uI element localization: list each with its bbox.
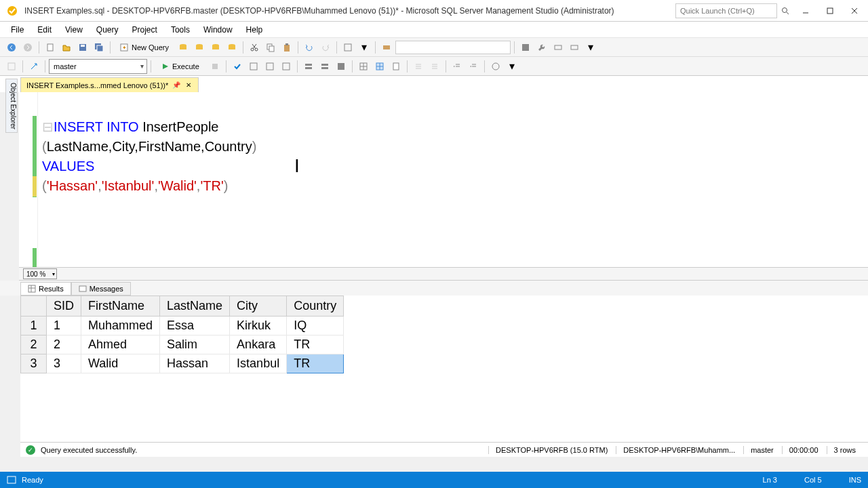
editor-content[interactable]: ⊟INSERT INTO InsertPeople (LastName,City… bbox=[38, 92, 868, 267]
cut-icon[interactable] bbox=[247, 40, 262, 55]
table-row[interactable]: 3 3 Walid Hassan Istanbul TR bbox=[21, 354, 344, 373]
paste-icon[interactable] bbox=[279, 40, 294, 55]
minimize-button[interactable] bbox=[797, 3, 814, 19]
tab-title: INSERT Examples.s...mmed Lenovo (51))* bbox=[26, 81, 168, 89]
title-bar: INSERT Examples.sql - DESKTOP-HPV6RFB.ma… bbox=[0, 0, 868, 22]
db-query-icon-3[interactable] bbox=[208, 40, 223, 55]
results-grid-icon[interactable] bbox=[356, 59, 371, 74]
redo-icon[interactable] bbox=[318, 40, 333, 55]
svg-point-7 bbox=[7, 43, 16, 52]
maximize-button[interactable] bbox=[822, 3, 838, 19]
toolbar-icon[interactable] bbox=[4, 59, 19, 74]
pin-icon[interactable]: 📌 bbox=[172, 81, 180, 89]
close-icon[interactable]: ✕ bbox=[184, 81, 193, 89]
new-query-button[interactable]: ✦ New Query bbox=[114, 40, 174, 55]
search-icon[interactable] bbox=[778, 4, 792, 18]
selected-cell[interactable]: TR bbox=[287, 354, 344, 373]
close-button[interactable] bbox=[846, 3, 863, 19]
svg-rect-19 bbox=[196, 45, 203, 49]
save-all-icon[interactable] bbox=[92, 40, 106, 55]
svg-rect-42 bbox=[305, 64, 312, 66]
toolbar-search-input[interactable] bbox=[395, 41, 511, 54]
menu-file[interactable]: File bbox=[5, 24, 29, 36]
toolbar-icon[interactable] bbox=[488, 59, 503, 74]
toolbar-icon[interactable] bbox=[317, 59, 332, 74]
save-icon[interactable] bbox=[75, 40, 90, 55]
ide-status-bar: Ready Ln 3 Col 5 INS bbox=[0, 472, 868, 488]
menu-view[interactable]: View bbox=[60, 24, 88, 36]
column-header-sid[interactable]: SID bbox=[47, 296, 81, 317]
menu-query[interactable]: Query bbox=[91, 24, 124, 36]
new-file-icon[interactable] bbox=[43, 40, 58, 55]
toolbar-icon[interactable] bbox=[279, 59, 294, 74]
wrench-icon[interactable] bbox=[534, 40, 549, 55]
toolbar-icon[interactable] bbox=[301, 59, 316, 74]
outdent-icon[interactable] bbox=[466, 59, 481, 74]
table-header-row: SID FirstName LastName City Country bbox=[21, 296, 344, 317]
db-query-icon-4[interactable] bbox=[224, 40, 239, 55]
column-header-firstname[interactable]: FirstName bbox=[81, 296, 160, 317]
sql-toolbar: master Execute ▾ bbox=[0, 57, 868, 76]
document-tab[interactable]: INSERT Examples.s...mmed Lenovo (51))* 📌… bbox=[20, 77, 199, 92]
results-text-icon[interactable] bbox=[372, 59, 387, 74]
database-combo[interactable]: master bbox=[49, 59, 147, 74]
toolbar-icon-4[interactable] bbox=[551, 40, 566, 55]
parse-icon[interactable] bbox=[230, 59, 245, 74]
results-file-icon[interactable] bbox=[389, 59, 403, 74]
menu-project[interactable]: Project bbox=[127, 24, 163, 36]
execute-button[interactable]: Execute bbox=[155, 59, 206, 74]
window-controls bbox=[797, 3, 863, 19]
column-header-country[interactable]: Country bbox=[287, 296, 344, 317]
svg-rect-34 bbox=[522, 44, 529, 51]
svg-line-2 bbox=[787, 12, 789, 14]
toolbar-icon[interactable] bbox=[246, 59, 261, 74]
tab-messages[interactable]: Messages bbox=[71, 282, 131, 296]
svg-rect-35 bbox=[555, 45, 561, 49]
svg-rect-43 bbox=[305, 67, 312, 69]
quick-launch-input[interactable] bbox=[675, 3, 777, 18]
column-header-city[interactable]: City bbox=[230, 296, 287, 317]
svg-rect-44 bbox=[321, 64, 328, 66]
chevron-down-icon[interactable]: ▾ bbox=[505, 59, 519, 74]
table-row[interactable]: 2 2 Ahmed Salim Ankara TR bbox=[21, 336, 344, 354]
toolbar-icon[interactable] bbox=[334, 59, 349, 74]
svg-rect-11 bbox=[81, 45, 85, 47]
svg-point-1 bbox=[783, 7, 787, 12]
toolbar-icon-3[interactable] bbox=[518, 40, 533, 55]
status-user: DESKTOP-HPV6RFB\Muhamm... bbox=[616, 446, 742, 454]
menu-window[interactable]: Window bbox=[198, 24, 238, 36]
db-query-icon-2[interactable] bbox=[192, 40, 207, 55]
sql-editor[interactable]: ⊟INSERT INTO InsertPeople (LastName,City… bbox=[19, 92, 868, 267]
object-explorer-tab[interactable]: Object Explorer bbox=[5, 79, 18, 133]
undo-icon[interactable] bbox=[302, 40, 317, 55]
copy-icon[interactable] bbox=[263, 40, 278, 55]
menu-edit[interactable]: Edit bbox=[32, 24, 57, 36]
toolbar-icon[interactable] bbox=[262, 59, 277, 74]
indent-icon[interactable] bbox=[450, 59, 465, 74]
table-row[interactable]: 1 1 Muhammed Essa Kirkuk IQ bbox=[21, 317, 344, 336]
svg-rect-9 bbox=[47, 44, 53, 51]
results-grid[interactable]: SID FirstName LastName City Country 1 1 … bbox=[20, 296, 868, 442]
nav-fwd-icon[interactable] bbox=[20, 40, 35, 55]
connect-icon[interactable] bbox=[26, 59, 41, 74]
menu-help[interactable]: Help bbox=[241, 24, 269, 36]
svg-rect-45 bbox=[321, 67, 328, 69]
toolbar-icon[interactable] bbox=[340, 40, 355, 55]
chevron-down-icon[interactable]: ▾ bbox=[583, 40, 598, 55]
menu-tools[interactable]: Tools bbox=[165, 24, 195, 36]
open-file-icon[interactable] bbox=[59, 40, 74, 55]
svg-rect-53 bbox=[393, 63, 399, 70]
column-header-lastname[interactable]: LastName bbox=[160, 296, 230, 317]
uncomment-icon[interactable] bbox=[427, 59, 442, 74]
chevron-down-icon[interactable]: ▾ bbox=[357, 40, 372, 55]
comment-icon[interactable] bbox=[411, 59, 426, 74]
db-query-icon[interactable] bbox=[176, 40, 191, 55]
stop-icon[interactable] bbox=[208, 59, 222, 74]
toolbar-icon-2[interactable] bbox=[379, 40, 394, 55]
column-header-corner[interactable] bbox=[21, 296, 47, 317]
svg-rect-17 bbox=[180, 45, 186, 49]
zoom-combo[interactable]: 100 % bbox=[23, 268, 57, 279]
tab-results[interactable]: Results bbox=[20, 282, 71, 296]
nav-back-icon[interactable] bbox=[4, 40, 19, 55]
toolbar-icon-5[interactable] bbox=[567, 40, 582, 55]
